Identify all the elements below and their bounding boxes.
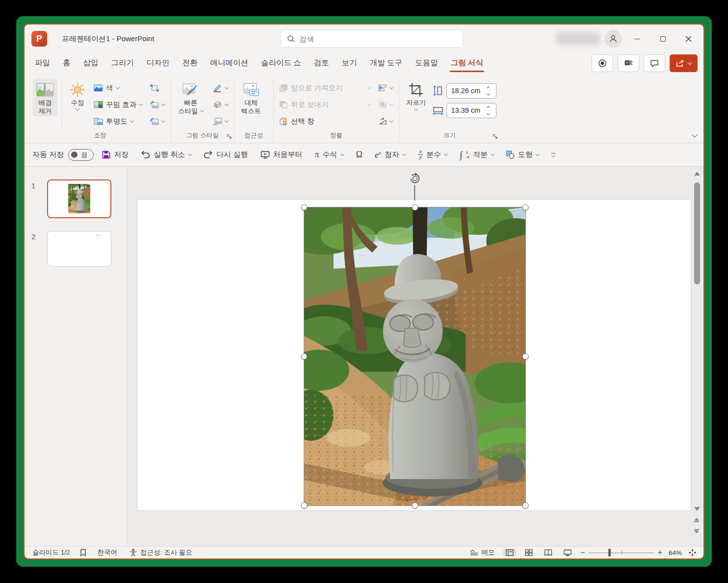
- tab-transitions[interactable]: 전환: [176, 56, 204, 73]
- maximize-icon: [660, 36, 666, 42]
- resize-handle-bottom-left[interactable]: [301, 503, 308, 509]
- undo-button[interactable]: 실행 취소: [137, 148, 195, 161]
- crop-button[interactable]: 자르기: [403, 78, 430, 111]
- tab-developer[interactable]: 개발 도구: [364, 56, 409, 73]
- remove-background-icon: [36, 82, 54, 97]
- slide-canvas[interactable]: [137, 199, 691, 511]
- slide-1-thumbnail[interactable]: [47, 179, 111, 218]
- width-increment-button[interactable]: [484, 103, 494, 110]
- reading-view-button[interactable]: [542, 549, 555, 557]
- shape-height-input[interactable]: [451, 87, 484, 95]
- resize-handle-top-left[interactable]: [301, 204, 308, 211]
- script-button[interactable]: ex 첨자: [371, 148, 410, 162]
- tab-draw[interactable]: 그리기: [105, 56, 141, 73]
- scrollbar-thumb[interactable]: [694, 182, 700, 284]
- fraction-button[interactable]: xy 분수: [414, 148, 451, 162]
- normal-view-button[interactable]: [503, 549, 516, 557]
- slide-2-placeholder-mark: [96, 235, 100, 236]
- record-button[interactable]: [592, 54, 613, 72]
- shapes-button[interactable]: 도형: [502, 148, 543, 161]
- width-decrement-button[interactable]: [484, 110, 494, 117]
- resize-handle-middle-right[interactable]: [522, 354, 529, 360]
- selection-pane-button[interactable]: 선택 창: [277, 114, 373, 129]
- artistic-effects-button[interactable]: 꾸밈 효과: [91, 97, 145, 112]
- tab-design[interactable]: 디자인: [140, 56, 176, 73]
- resize-handle-top-center[interactable]: [412, 204, 418, 211]
- align-objects-button[interactable]: [376, 80, 395, 96]
- shape-height-field[interactable]: [446, 83, 496, 99]
- slide-sorter-button[interactable]: [522, 549, 535, 557]
- tab-picture-format[interactable]: 그림 서식: [444, 56, 490, 73]
- zoom-slider[interactable]: [589, 549, 654, 557]
- tab-help[interactable]: 도움말: [409, 56, 444, 73]
- resize-handle-bottom-center[interactable]: [412, 503, 418, 509]
- change-picture-button[interactable]: [148, 97, 167, 112]
- resize-handle-middle-left[interactable]: [301, 354, 308, 360]
- spell-check-button[interactable]: [80, 549, 88, 557]
- resize-handle-bottom-right[interactable]: [522, 503, 529, 509]
- zoom-level[interactable]: 64%: [669, 549, 682, 557]
- corrections-button[interactable]: 수정: [67, 78, 88, 111]
- qat-overflow-button[interactable]: [547, 151, 559, 159]
- tab-review[interactable]: 검토: [308, 56, 336, 73]
- scroll-up-button[interactable]: [694, 172, 700, 176]
- maximize-button[interactable]: [652, 30, 673, 48]
- height-decrement-button[interactable]: [484, 91, 494, 98]
- vertical-scrollbar[interactable]: [693, 171, 701, 542]
- picture-styles-dialog-launcher[interactable]: [227, 134, 232, 139]
- minimize-button[interactable]: [627, 30, 648, 48]
- next-slide-button[interactable]: [694, 529, 699, 533]
- accessibility-status-button[interactable]: 접근성: 조사 필요: [127, 548, 195, 558]
- compress-pictures-button[interactable]: [148, 80, 167, 96]
- zoom-in-button[interactable]: +: [658, 548, 662, 557]
- redo-button[interactable]: 다시 실행: [200, 148, 252, 161]
- save-button[interactable]: 저장: [98, 148, 132, 161]
- equation-button[interactable]: π 수식: [311, 148, 348, 162]
- alt-text-button[interactable]: 대체 텍스트: [238, 78, 265, 116]
- tab-home[interactable]: 홈: [56, 56, 77, 73]
- search-input[interactable]: [299, 35, 437, 43]
- teams-meeting-button[interactable]: T: [618, 54, 639, 72]
- account-avatar[interactable]: [604, 30, 622, 48]
- rotate-handle[interactable]: [409, 172, 421, 185]
- picture-layout-button[interactable]: [210, 114, 231, 129]
- share-button[interactable]: [670, 54, 698, 72]
- zoom-out-button[interactable]: −: [580, 548, 585, 557]
- picture-border-button[interactable]: [210, 80, 231, 96]
- start-from-beginning-button[interactable]: 처음부터: [257, 148, 307, 161]
- height-increment-button[interactable]: [484, 84, 494, 91]
- tab-slideshow[interactable]: 슬라이드 쇼: [255, 56, 308, 73]
- tab-view[interactable]: 보기: [336, 56, 364, 73]
- close-button[interactable]: [678, 30, 699, 48]
- selected-picture[interactable]: [304, 207, 525, 506]
- tab-file[interactable]: 파일: [28, 56, 56, 73]
- remove-background-button[interactable]: 배경 제거: [33, 78, 57, 116]
- tab-animations[interactable]: 애니메이션: [204, 56, 255, 73]
- previous-slide-button[interactable]: [694, 518, 699, 522]
- shape-width-field[interactable]: [446, 103, 496, 118]
- slide-2-thumbnail[interactable]: [47, 231, 111, 267]
- resize-handle-top-right[interactable]: [522, 204, 529, 211]
- size-dialog-launcher[interactable]: [493, 134, 498, 139]
- fit-slide-button[interactable]: [688, 549, 697, 557]
- group-label-arrange: 정렬: [277, 130, 395, 143]
- reset-picture-button[interactable]: [148, 114, 167, 129]
- slideshow-view-button[interactable]: [561, 549, 574, 557]
- transparency-button[interactable]: 투명도: [91, 114, 145, 129]
- rotate-objects-button[interactable]: [376, 114, 395, 129]
- integral-button[interactable]: ∫ x-x 적분: [456, 147, 498, 162]
- search-box[interactable]: [281, 30, 463, 48]
- color-button[interactable]: 색: [91, 80, 145, 96]
- tab-insert[interactable]: 삽입: [77, 56, 105, 73]
- comments-button[interactable]: [644, 54, 665, 72]
- autosave-toggle[interactable]: 끔: [68, 149, 94, 161]
- symbol-button[interactable]: Ω: [352, 148, 366, 162]
- scroll-down-button[interactable]: [694, 507, 700, 511]
- quick-styles-button[interactable]: 빠른 스타일: [175, 78, 207, 116]
- collapse-ribbon-button[interactable]: [693, 130, 697, 139]
- zoom-slider-thumb[interactable]: [608, 549, 611, 557]
- language-button[interactable]: 한국어: [98, 548, 118, 557]
- notes-button[interactable]: 메모: [468, 548, 497, 558]
- picture-effects-button[interactable]: [210, 97, 231, 112]
- shape-width-input[interactable]: [451, 106, 484, 114]
